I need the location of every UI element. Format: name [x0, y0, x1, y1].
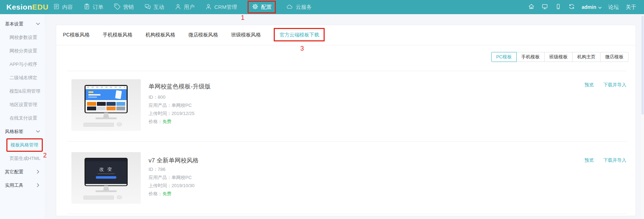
template-price: 价格：免费: [149, 190, 195, 198]
download-import-link[interactable]: 下载并导入: [603, 157, 626, 163]
download-import-link[interactable]: 下载并导入: [603, 82, 626, 88]
nav-item-marketing[interactable]: 营销: [114, 3, 134, 11]
tab-microstore-template-style[interactable]: 微店模板风格: [188, 32, 218, 38]
filter-microstore-template[interactable]: 微店模板: [600, 52, 628, 62]
nav-item-crm[interactable]: CRM管理: [205, 3, 237, 11]
tab-pc-template-style[interactable]: PC模板风格: [63, 32, 89, 38]
tab-class-template-style[interactable]: 班级模板风格: [231, 32, 261, 38]
nav-item-orders[interactable]: 订单: [83, 3, 103, 11]
tab-org-template-style[interactable]: 机构模板风格: [145, 32, 175, 38]
navbar-right: admin 论坛 关于: [528, 0, 636, 14]
tab-official-cloud-template-download[interactable]: 官方云端模板下载 3: [274, 32, 325, 38]
sidebar-group-label: 实用工具: [5, 182, 23, 189]
sidebar-item-online-payment[interactable]: 在线支付设置: [0, 111, 45, 125]
nav-item-label: 配置: [261, 4, 272, 11]
sidebar-item-region-settings[interactable]: 地区设置管理: [0, 98, 45, 111]
logo-part1: Kesion: [6, 3, 32, 11]
home-icon[interactable]: [528, 3, 535, 11]
nav-item-label: 内容: [62, 4, 73, 11]
template-title: v7 全新单网校风格: [149, 156, 199, 165]
row-divider: [67, 214, 627, 214]
row-divider: [67, 141, 627, 142]
scrollbar-track: [641, 14, 644, 219]
sidebar-item-subdomain-binding[interactable]: 二级域名绑定: [0, 71, 45, 85]
sidebar-group-basic-settings[interactable]: 基本设置: [0, 17, 45, 31]
annotation-step-1: 1: [241, 15, 244, 21]
sidebar-group-utilities[interactable]: 实用工具: [0, 179, 45, 192]
template-style-tabs: PC模板风格 手机模板风格 机构模板风格 微店模板风格 班级模板风格 官方云端模…: [63, 25, 325, 45]
tabs-divider: [56, 45, 636, 45]
chevron-right-icon: [36, 169, 40, 175]
sidebar-item-school-category[interactable]: 网校分类设置: [0, 44, 45, 58]
thumbnail-screen-text: 改 变: [86, 166, 127, 173]
nav-item-config[interactable]: 配置 1: [248, 1, 276, 13]
user-icon: [175, 3, 181, 11]
template-type-filter-group: PC模板 手机模板 班级模板 机构主页 微店模板: [492, 52, 628, 62]
nav-item-interaction[interactable]: 互动: [144, 3, 164, 11]
filter-pc-template[interactable]: PC模板: [491, 52, 517, 62]
sidebar-group-label: 风格标签: [5, 128, 23, 135]
tab-label: 官方云端模板下载: [279, 32, 319, 38]
admin-menu[interactable]: admin: [582, 4, 602, 10]
template-id: ID：786: [149, 165, 195, 173]
sidebar: 基本设置 网校参数设置 网校分类设置 APP与小程序 二级域名绑定 模型&应用管…: [0, 14, 45, 219]
refresh-icon[interactable]: [568, 3, 575, 11]
tab-mobile-template-style[interactable]: 手机模板风格: [103, 32, 132, 38]
chevron-right-icon: [36, 183, 40, 188]
chevron-down-icon: [598, 4, 602, 10]
nav-item-label: 营销: [123, 4, 134, 11]
annotation-step-2: 2: [43, 152, 47, 159]
sidebar-item-model-app-management[interactable]: 模型&应用管理: [0, 85, 45, 98]
nav-item-users[interactable]: 用户: [175, 3, 195, 11]
price-label: 价格：: [149, 119, 162, 124]
template-actions: 预览 下载并导入: [585, 82, 626, 88]
template-meta: ID：800 应用产品：单网校PC 上传时间：2019/12/25 价格：免费: [149, 93, 195, 126]
preview-link[interactable]: 预览: [585, 157, 594, 163]
main-menu: 内容 订单 营销 互动 用户 CRM管理: [53, 0, 312, 14]
app-logo: KesionEDU: [6, 0, 48, 14]
nav-item-cloud[interactable]: 云服务: [286, 3, 312, 11]
annotation-step-3: 3: [300, 45, 304, 52]
forum-link[interactable]: 论坛: [608, 4, 619, 11]
preview-link[interactable]: 预览: [585, 82, 594, 88]
row-divider: [67, 71, 627, 71]
nav-item-content[interactable]: 内容: [53, 3, 73, 11]
sidebar-item-school-params[interactable]: 网校参数设置: [0, 31, 45, 44]
imac-illustration: 改 变: [85, 158, 128, 186]
annotation-box-3: 官方云端模板下载 3: [274, 28, 325, 41]
sidebar-item-label: 网校参数设置: [10, 34, 37, 41]
sidebar-group-style-tags[interactable]: 风格标签: [0, 125, 45, 138]
chevron-down-icon: [36, 129, 40, 134]
monitor-icon[interactable]: [541, 3, 548, 11]
about-link[interactable]: 关于: [626, 4, 636, 11]
sidebar-item-page-generate-html[interactable]: 页面生成HTML: [0, 152, 45, 165]
nav-item-label: CRM管理: [214, 4, 237, 11]
filter-class-template[interactable]: 班级模板: [544, 52, 573, 62]
nav-item-label: 互动: [153, 4, 164, 11]
sidebar-group-other-config[interactable]: 其它配置: [0, 165, 45, 179]
template-thumbnail-1: [71, 79, 141, 131]
sidebar-item-template-style-management[interactable]: 模板风格管理 2: [0, 138, 45, 152]
top-navbar: KesionEDU 内容 订单 营销 互动 用户: [0, 0, 644, 14]
nav-item-label: 订单: [93, 4, 103, 11]
crm-user-icon: [205, 3, 212, 11]
nav-item-label: 用户: [184, 4, 195, 11]
filter-org-homepage[interactable]: 机构主页: [572, 52, 601, 62]
template-thumbnail-2: 改 变: [71, 152, 141, 204]
template-upload-time: 上传时间：2019/10/30: [149, 181, 195, 190]
cloud-icon: [286, 3, 293, 11]
scrollbar-thumb[interactable]: [642, 16, 644, 115]
sidebar-item-app-miniprogram[interactable]: APP与小程序: [0, 58, 45, 71]
logo-part2: EDU: [32, 3, 48, 11]
mobile-icon[interactable]: [555, 3, 562, 11]
filter-mobile-template[interactable]: 手机模板: [516, 52, 545, 62]
gear-icon: [252, 3, 259, 11]
clipboard-icon: [83, 3, 90, 11]
nav-item-label: 云服务: [296, 4, 312, 11]
template-upload-time: 上传时间：2019/12/25: [149, 109, 195, 117]
sidebar-group-label: 基本设置: [5, 21, 23, 27]
sidebar-item-label: 页面生成HTML: [10, 155, 40, 162]
sidebar-item-label: 模板风格管理: [11, 142, 38, 148]
price-label: 价格：: [149, 191, 162, 196]
template-product: 应用产品：单网校PC: [149, 101, 195, 109]
